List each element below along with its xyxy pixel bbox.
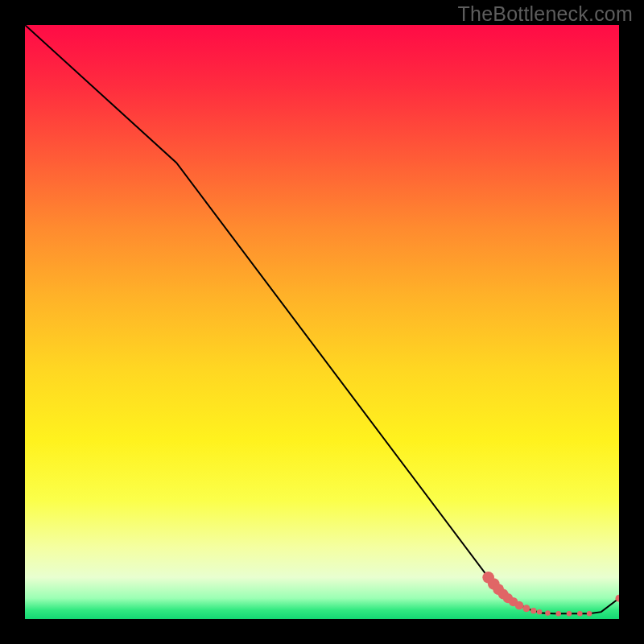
- data-marker: [567, 611, 572, 616]
- data-marker: [587, 611, 592, 616]
- data-marker: [545, 610, 550, 615]
- data-marker: [515, 601, 524, 610]
- chart-overlay: [25, 25, 619, 619]
- main-curve: [25, 25, 619, 613]
- data-marker: [530, 608, 536, 613]
- data-marker: [555, 611, 560, 616]
- marker-layer: [482, 572, 619, 617]
- data-marker: [537, 609, 542, 614]
- line-layer: [25, 25, 619, 613]
- data-marker: [577, 611, 582, 616]
- data-marker: [522, 605, 530, 612]
- chart-frame: TheBottleneck.com: [0, 0, 644, 644]
- watermark-text: TheBottleneck.com: [458, 2, 633, 26]
